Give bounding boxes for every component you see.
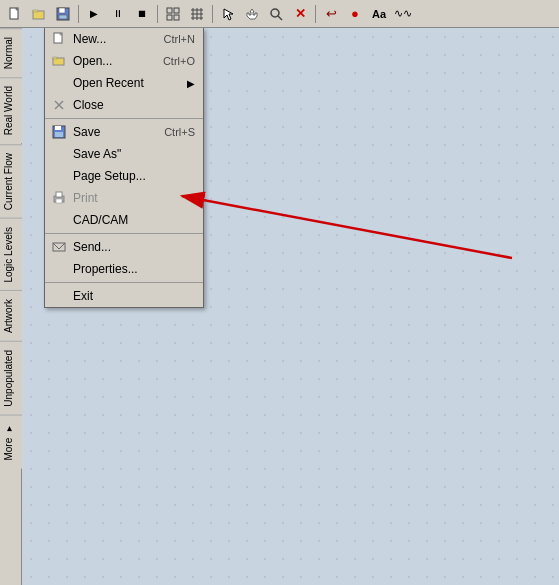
svg-rect-7: [174, 8, 179, 13]
svg-point-16: [271, 9, 279, 17]
svg-rect-9: [174, 15, 179, 20]
select-tool[interactable]: [217, 3, 239, 25]
menu-item-properties[interactable]: Properties...: [45, 258, 203, 280]
grid-button[interactable]: [162, 3, 184, 25]
svg-rect-4: [59, 8, 65, 13]
new-button[interactable]: [4, 3, 26, 25]
sidebar-tab-artwork[interactable]: Artwork: [0, 290, 22, 341]
separator-4: [315, 5, 316, 23]
sidebar-tab-more[interactable]: More ▾: [0, 415, 22, 469]
separator-after-close: [45, 118, 203, 119]
text-tool[interactable]: Aa: [368, 3, 390, 25]
menu-item-save[interactable]: Save Ctrl+S: [45, 121, 203, 143]
menu-item-close[interactable]: Close: [45, 94, 203, 116]
pan-tool[interactable]: [241, 3, 263, 25]
svg-line-17: [278, 16, 282, 20]
menu-item-cadcam[interactable]: CAD/CAM: [45, 209, 203, 231]
menu-item-send[interactable]: Send...: [45, 236, 203, 258]
left-sidebar: Normal Real World Current Flow Logic Lev…: [0, 28, 22, 585]
close-icon: [51, 97, 67, 113]
menu-item-open[interactable]: Open... Ctrl+O: [45, 50, 203, 72]
sidebar-tab-unpopulated[interactable]: Unpopulated: [0, 341, 22, 415]
grid2-button[interactable]: [186, 3, 208, 25]
menu-item-exit[interactable]: Exit: [45, 285, 203, 307]
wave-tool[interactable]: ∿∿: [392, 3, 414, 25]
svg-rect-6: [167, 8, 172, 13]
hook-tool[interactable]: ↩: [320, 3, 342, 25]
menu-item-new[interactable]: New... Ctrl+N: [45, 28, 203, 50]
canvas-area: New... Ctrl+N Open... Ctrl+O Open Recent…: [22, 28, 559, 585]
sidebar-tab-normal[interactable]: Normal: [0, 28, 22, 77]
circle-tool[interactable]: ●: [344, 3, 366, 25]
stop-button[interactable]: ⏹: [131, 3, 153, 25]
sidebar-tab-current-flow[interactable]: Current Flow: [0, 144, 22, 218]
new-icon: [51, 31, 67, 47]
zoom-tool[interactable]: [265, 3, 287, 25]
open-icon: [51, 53, 67, 69]
open-button[interactable]: [28, 3, 50, 25]
print-icon: [51, 190, 67, 206]
file-menu: New... Ctrl+N Open... Ctrl+O Open Recent…: [44, 28, 204, 308]
send-icon: [51, 239, 67, 255]
separator-2: [157, 5, 158, 23]
menu-item-open-recent[interactable]: Open Recent ▶: [45, 72, 203, 94]
menu-item-page-setup[interactable]: Page Setup...: [45, 165, 203, 187]
menu-item-print[interactable]: Print: [45, 187, 203, 209]
pause-button[interactable]: ⏸: [107, 3, 129, 25]
svg-rect-29: [56, 192, 62, 197]
svg-rect-5: [59, 15, 67, 19]
svg-rect-8: [167, 15, 172, 20]
submenu-arrow-open-recent: ▶: [177, 78, 195, 89]
sidebar-tab-real-world[interactable]: Real World: [0, 77, 22, 143]
save-button[interactable]: [52, 3, 74, 25]
svg-rect-26: [55, 126, 61, 130]
svg-rect-22: [53, 57, 57, 59]
separator-3: [212, 5, 213, 23]
main-area: Normal Real World Current Flow Logic Lev…: [0, 28, 559, 585]
separator-1: [78, 5, 79, 23]
sidebar-tab-logic-levels[interactable]: Logic Levels: [0, 218, 22, 291]
menu-item-save-as[interactable]: Save As": [45, 143, 203, 165]
play-button[interactable]: ▶: [83, 3, 105, 25]
separator-after-cadcam: [45, 233, 203, 234]
save-icon: [51, 124, 67, 140]
svg-rect-27: [55, 132, 63, 137]
svg-rect-2: [33, 10, 38, 12]
separator-before-exit: [45, 282, 203, 283]
toolbar: ▶ ⏸ ⏹ ✕: [0, 0, 559, 28]
svg-rect-30: [56, 199, 62, 203]
close-tool[interactable]: ✕: [289, 3, 311, 25]
